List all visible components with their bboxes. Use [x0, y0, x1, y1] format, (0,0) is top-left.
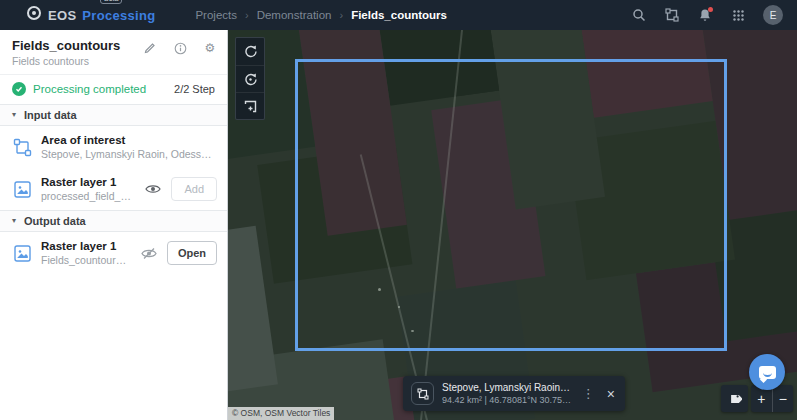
panel-header-actions: ⚙: [143, 41, 217, 55]
support-chat-button[interactable]: [749, 354, 785, 390]
raster-layer-icon: [12, 179, 32, 199]
beta-badge: Beta: [100, 0, 122, 4]
zoom-out-button[interactable]: −: [773, 385, 794, 412]
kebab-menu-icon[interactable]: ⋮: [580, 386, 597, 401]
input-raster-filename: processed_field_cont.TIF: [41, 190, 135, 202]
close-icon[interactable]: ×: [605, 386, 617, 402]
satellite-map-view[interactable]: © OSM, OSM Vector Tiles Stepove, Lymansk…: [228, 30, 797, 420]
output-raster-filename: Fields_countours__2018-05-17T15:01...: [41, 254, 131, 266]
aoi-frame-icon[interactable]: [664, 7, 680, 23]
eos-processing-logo[interactable]: EOS Processing Beta: [26, 5, 155, 25]
output-raster-layer-item[interactable]: Raster layer 1 Fields_countours__2018-05…: [0, 232, 227, 274]
input-data-section-header[interactable]: ▾ Input data: [0, 104, 227, 126]
success-check-icon: [12, 82, 26, 96]
map-toolbar: [235, 37, 265, 120]
notification-badge-dot: [708, 7, 713, 12]
breadcrumb: Projects › Demonstration › Fields_counto…: [195, 9, 447, 21]
input-data-section-title: Input data: [24, 109, 77, 121]
breadcrumb-separator: ›: [339, 9, 343, 21]
aoi-icon: [12, 137, 32, 157]
rotate-counterclockwise-icon[interactable]: [236, 65, 264, 92]
draw-aoi-icon[interactable]: [236, 92, 264, 119]
info-icon[interactable]: [173, 41, 187, 55]
aoi-item-title: Area of interest: [41, 134, 217, 146]
output-data-section-header[interactable]: ▾ Output data: [0, 210, 227, 232]
open-raster-button[interactable]: Open: [167, 241, 217, 265]
aoi-card-title: Stepove, Lymanskyi Raoin, Odessa Obla...: [442, 382, 572, 393]
notifications-bell-icon[interactable]: [697, 7, 713, 23]
output-data-section-title: Output data: [24, 215, 86, 227]
chevron-down-icon: ▾: [12, 217, 16, 225]
logo-text-processing: Processing: [82, 8, 155, 23]
map-labels-toggle-button[interactable]: [721, 385, 748, 412]
visibility-eye-icon[interactable]: [144, 180, 162, 198]
aoi-info-card: Stepove, Lymanskyi Raoin, Odessa Obla...…: [403, 376, 625, 411]
eos-logo-icon: [26, 5, 42, 25]
processing-status-label: Processing completed: [33, 83, 146, 95]
chevron-down-icon: ▾: [12, 111, 16, 119]
aoi-item-subtitle: Stepove, Lymanskyi Raoin, Odessa Oblast,…: [41, 148, 217, 160]
breadcrumb-separator: ›: [245, 9, 249, 21]
output-raster-title: Raster layer 1: [41, 240, 131, 252]
project-subtitle: Fields countours: [12, 55, 215, 67]
search-icon[interactable]: [631, 7, 647, 23]
topbar-actions: E: [631, 5, 783, 25]
aoi-boundary-rectangle[interactable]: [295, 59, 727, 351]
breadcrumb-demonstration[interactable]: Demonstration: [257, 9, 332, 21]
rotate-clockwise-icon[interactable]: [236, 38, 264, 65]
input-raster-layer-item[interactable]: Raster layer 1 processed_field_cont.TIF …: [0, 168, 227, 210]
processing-status-row: Processing completed 2/2 Step: [0, 74, 227, 104]
breadcrumb-projects[interactable]: Projects: [195, 9, 237, 21]
area-of-interest-item[interactable]: Area of interest Stepove, Lymanskyi Raoi…: [0, 126, 227, 168]
input-raster-title: Raster layer 1: [41, 176, 135, 188]
raster-layer-icon: [12, 243, 32, 263]
logo-text-eos: EOS: [48, 8, 76, 23]
tag-icon: [728, 392, 742, 406]
chat-bubble-icon: [759, 366, 776, 379]
aoi-card-details: 94.42 km² | 46.78081°N 30.75554°E: [442, 395, 572, 405]
visibility-eye-off-icon[interactable]: [140, 244, 158, 262]
breadcrumb-fields-countours: Fields_countours: [351, 9, 447, 21]
user-avatar[interactable]: E: [763, 5, 783, 25]
processing-sidebar-panel: Fields_countours Fields countours ⚙ Proc…: [0, 30, 228, 420]
add-raster-button[interactable]: Add: [171, 177, 217, 201]
edit-pencil-icon[interactable]: [143, 41, 157, 55]
panel-header: Fields_countours Fields countours ⚙: [0, 30, 227, 74]
step-counter: 2/2 Step: [174, 83, 215, 95]
top-navigation-bar: EOS Processing Beta Projects › Demonstra…: [0, 0, 797, 30]
apps-grid-icon[interactable]: [730, 7, 746, 23]
map-attribution[interactable]: © OSM, OSM Vector Tiles: [228, 407, 334, 420]
gear-icon[interactable]: ⚙: [203, 41, 217, 55]
aoi-card-icon[interactable]: [411, 382, 434, 405]
